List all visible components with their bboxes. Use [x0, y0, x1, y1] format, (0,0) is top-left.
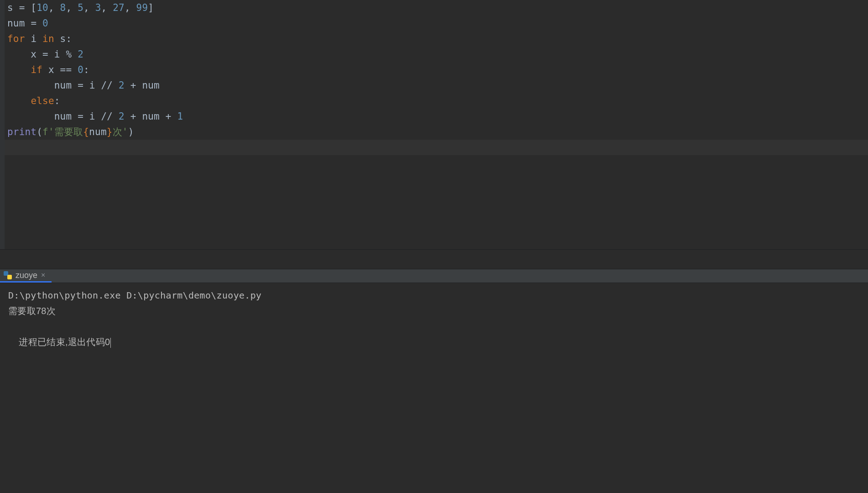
code-editor[interactable]: s = [10, 8, 5, 3, 27, 99]num = 0for i in…: [0, 0, 868, 249]
panel-splitter[interactable]: [0, 249, 868, 269]
editor-gutter: [0, 0, 5, 249]
console-line: 进程已结束,退出代码0: [8, 319, 860, 365]
code-line[interactable]: s = [10, 8, 5, 3, 27, 99]: [7, 0, 868, 16]
caret-line-highlight: [5, 140, 868, 155]
code-line[interactable]: else:: [7, 93, 868, 109]
python-file-icon: [4, 271, 12, 279]
code-content[interactable]: s = [10, 8, 5, 3, 27, 99]num = 0for i in…: [7, 0, 868, 140]
run-tab-zuoye[interactable]: zuoye ×: [0, 269, 52, 283]
close-icon[interactable]: ×: [41, 271, 45, 279]
code-line[interactable]: if x == 0:: [7, 62, 868, 78]
code-line[interactable]: x = i % 2: [7, 47, 868, 62]
console-line: D:\python\python.exe D:\pycharm\demo\zuo…: [8, 288, 860, 303]
code-line[interactable]: num = i // 2 + num: [7, 78, 868, 93]
console-line: 需要取78次: [8, 303, 860, 319]
text-cursor: [110, 338, 111, 348]
code-line[interactable]: num = 0: [7, 16, 868, 31]
code-line[interactable]: print(f'需要取{num}次'): [7, 124, 868, 140]
code-line[interactable]: for i in s:: [7, 31, 868, 47]
run-tab-label: zuoye: [16, 271, 37, 280]
run-console[interactable]: D:\python\python.exe D:\pycharm\demo\zuo…: [0, 283, 868, 370]
code-line[interactable]: num = i // 2 + num + 1: [7, 109, 868, 124]
run-toolwindow-tabbar: zuoye ×: [0, 269, 868, 283]
